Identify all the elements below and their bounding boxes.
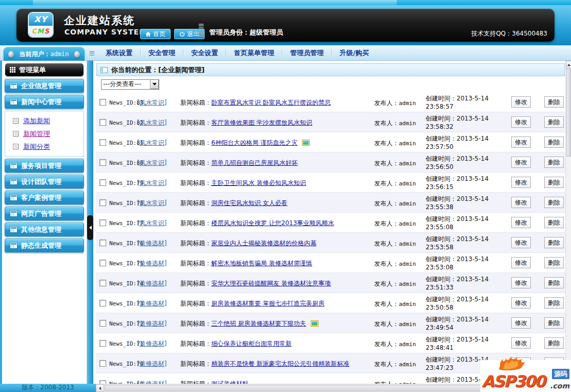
sidebar-submenu-item[interactable]: 新闻管理 xyxy=(5,127,83,140)
horizontal-scroll-thumb[interactable] xyxy=(105,385,541,391)
category-link[interactable]: [装修选材] xyxy=(137,380,166,384)
subnav-item[interactable]: 升级/购买 xyxy=(332,48,377,58)
news-title-link[interactable]: 家居业内人士揭秘装修选材的价格内幕 xyxy=(211,240,316,247)
news-title-link[interactable]: 卧室布置风水常识 卧室风水五行摆设的禁忌 xyxy=(211,99,331,106)
app-header: XY CMS 企业建站系统 COMPANY SYSTEM 首页 退出 ≡≡ 管理… xyxy=(0,5,571,45)
sidebar-menu-button[interactable]: 设计团队管理 xyxy=(5,175,84,189)
sidebar-menu-button[interactable]: 其他信息管理 xyxy=(5,223,84,236)
row-checkbox[interactable] xyxy=(99,280,106,286)
news-title-link[interactable]: 安华大理石瓷砖提醒网友 装修选材注意事项 xyxy=(211,280,331,287)
row-checkbox[interactable] xyxy=(99,320,106,327)
sidebar-menu-button[interactable]: 新闻中心管理 xyxy=(5,95,84,109)
subnav-item[interactable]: 安全设置 xyxy=(183,48,226,58)
title-cell: 新闻标题：简单几招自测自己房屋风水好坏 xyxy=(180,159,298,167)
row-checkbox[interactable] xyxy=(99,119,106,126)
row-checkbox[interactable] xyxy=(99,260,106,266)
sidebar-menu-button[interactable]: 静态生成管理 xyxy=(5,238,84,252)
edit-button[interactable]: 修改 xyxy=(511,116,531,128)
edit-button[interactable]: 修改 xyxy=(511,137,531,148)
news-title-link[interactable]: 楼层风水知识全搜罗 让您2013事业顺风顺水 xyxy=(211,219,334,227)
pin-icon xyxy=(8,51,14,58)
news-title-link[interactable]: 主卧卫生间风水 装修必知风水知识 xyxy=(211,179,306,186)
delete-button[interactable]: 删除 xyxy=(544,157,564,168)
delete-button[interactable]: 删除 xyxy=(544,137,564,148)
edit-button[interactable]: 修改 xyxy=(511,177,531,188)
row-checkbox[interactable] xyxy=(99,300,106,306)
row-checkbox[interactable] xyxy=(99,99,106,106)
category-link[interactable]: [装修选材] xyxy=(137,259,166,268)
vertical-scrollbar[interactable] xyxy=(565,61,571,384)
sidebar-submenu-item[interactable]: 添加新闻 xyxy=(5,114,83,127)
category-link[interactable]: [风水常识] xyxy=(137,199,166,208)
news-title-link[interactable]: 简单几招自测自己房屋风水好坏 xyxy=(211,159,298,166)
delete-button[interactable]: 删除 xyxy=(544,277,564,288)
delete-button[interactable]: 删除 xyxy=(544,177,564,188)
scroll-left-button[interactable] xyxy=(96,384,104,392)
delete-button[interactable]: 删除 xyxy=(544,116,564,128)
category-link[interactable]: [风水常识] xyxy=(137,98,166,107)
scroll-up-button[interactable] xyxy=(566,61,571,69)
vertical-scroll-thumb[interactable] xyxy=(566,69,571,157)
edit-button[interactable]: 修改 xyxy=(511,297,531,309)
category-link[interactable]: [风水常识] xyxy=(137,179,166,188)
news-title-link[interactable]: 细心保养让橱柜台面常用常新 xyxy=(211,340,292,347)
subnav-item[interactable]: 管理员管理 xyxy=(282,48,331,58)
row-checkbox[interactable] xyxy=(99,139,106,146)
edit-button[interactable]: 修改 xyxy=(511,317,531,329)
category-link[interactable]: [装修选材] xyxy=(137,279,166,288)
delete-button[interactable]: 删除 xyxy=(544,217,564,228)
row-checkbox[interactable] xyxy=(99,360,106,367)
category-link[interactable]: [装修选材] xyxy=(137,339,166,348)
edit-button[interactable]: 修改 xyxy=(511,197,531,208)
row-checkbox[interactable] xyxy=(99,199,106,206)
delete-button[interactable]: 删除 xyxy=(544,317,564,329)
news-title-link[interactable]: 解密木地板销售骗局 装修选材需谨慎 xyxy=(211,260,312,267)
delete-button[interactable]: 删除 xyxy=(544,297,564,309)
edit-button[interactable]: 修改 xyxy=(511,257,531,268)
edit-button[interactable]: 修改 xyxy=(511,96,531,108)
delete-button[interactable]: 删除 xyxy=(544,337,564,349)
edit-button[interactable]: 修改 xyxy=(511,277,531,288)
delete-button[interactable]: 删除 xyxy=(544,257,564,268)
news-title-link[interactable]: 三个绝招 厨房装修选材要下狠功夫 xyxy=(211,320,306,327)
subnav-item[interactable]: 系统设置 xyxy=(98,48,140,58)
news-title-link[interactable]: 厨房装修选材重要 掌握七步打造完美厨房 xyxy=(211,300,325,307)
news-title-link[interactable]: 洞房住宅风水知识 女人必看 xyxy=(211,199,288,207)
edit-button[interactable]: 修改 xyxy=(511,237,531,248)
delete-button[interactable]: 删除 xyxy=(544,197,564,208)
category-link[interactable]: [风水常识] xyxy=(137,118,166,127)
edit-button[interactable]: 修改 xyxy=(511,157,531,168)
row-checkbox[interactable] xyxy=(99,380,106,384)
news-title-link[interactable]: 客厅装修效果图 学沙发摆放风水知识 xyxy=(211,119,312,126)
delete-button[interactable]: 删除 xyxy=(544,237,564,248)
sidebar-collapse-handle[interactable] xyxy=(87,215,93,240)
home-button[interactable]: 首页 xyxy=(140,29,171,39)
sidebar-menu-button[interactable]: 企业信息管理 xyxy=(5,79,84,93)
news-title-link[interactable]: 6种阳台大凶格局 谨防血光之灾 xyxy=(211,139,297,146)
row-checkbox[interactable] xyxy=(99,159,106,166)
delete-button[interactable]: 删除 xyxy=(544,96,564,108)
subnav-item[interactable]: 首页菜单管理 xyxy=(226,48,282,58)
news-title-link[interactable]: 测试装修材料 xyxy=(211,380,248,384)
category-link[interactable]: [风水常识] xyxy=(137,159,166,167)
sidebar-menu-button[interactable]: 服务项目管理 xyxy=(5,159,84,173)
category-link[interactable]: [装修选材] xyxy=(137,239,166,248)
edit-button[interactable]: 修改 xyxy=(511,217,531,228)
news-title-link[interactable]: 精装房不是快餐 新派豪宅太阳公元引领精装新标准 xyxy=(211,360,349,367)
sidebar-menu-button[interactable]: 网页广告管理 xyxy=(5,207,84,220)
edit-button[interactable]: 修改 xyxy=(511,337,531,349)
row-checkbox[interactable] xyxy=(99,219,106,226)
subnav-item[interactable]: 安全管理 xyxy=(141,48,183,58)
row-checkbox[interactable] xyxy=(99,240,106,246)
category-link[interactable]: [风水常识] xyxy=(137,219,166,228)
sidebar-submenu-item[interactable]: 新闻分类 xyxy=(5,140,83,153)
category-link[interactable]: [装修选材] xyxy=(137,319,166,328)
row-checkbox[interactable] xyxy=(99,179,106,186)
category-link[interactable]: [风水常识] xyxy=(137,139,166,147)
row-checkbox[interactable] xyxy=(99,340,106,347)
category-link[interactable]: [装修选材] xyxy=(137,299,166,308)
select-arrow-button[interactable] xyxy=(150,80,159,89)
category-link[interactable]: [装修选材] xyxy=(137,360,166,368)
category-filter-select[interactable]: ---分类查看--- xyxy=(101,79,159,90)
sidebar-menu-button[interactable]: 客户案例管理 xyxy=(5,191,84,204)
